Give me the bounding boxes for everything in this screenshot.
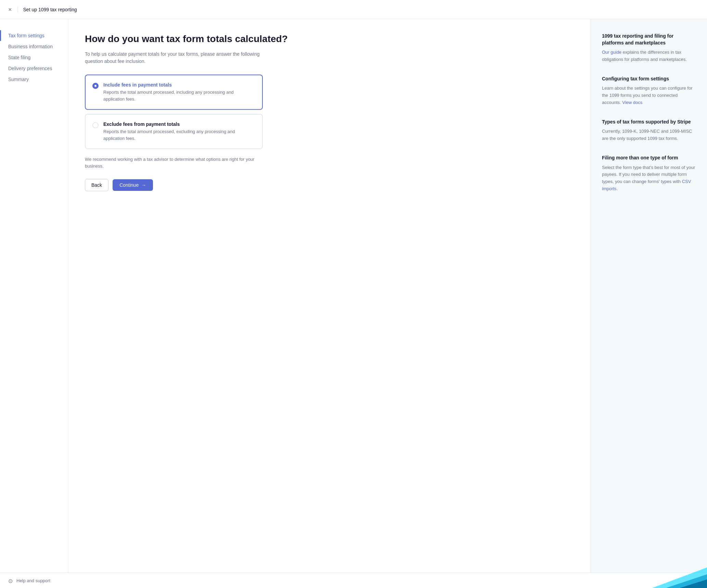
- view-docs-link[interactable]: View docs: [622, 100, 642, 105]
- close-button[interactable]: ×: [8, 6, 12, 13]
- content-area: How do you want tax form totals calculat…: [68, 19, 591, 573]
- include-fees-desc: Reports the total amount processed, incl…: [103, 89, 255, 102]
- sidebar-item-delivery-preferences[interactable]: Delivery preferences: [0, 63, 68, 74]
- configuring-title: Configuring tax form settings: [602, 76, 696, 82]
- help-section-types: Types of tax forms supported by Stripe C…: [602, 119, 696, 142]
- continue-button[interactable]: Continue →: [113, 179, 153, 191]
- right-panel: 1099 tax reporting and filing for platfo…: [591, 19, 707, 573]
- main-layout: Tax form settings Business information S…: [0, 19, 707, 573]
- exclude-fees-label: Exclude fees from payment totals: [103, 121, 255, 127]
- include-fees-radio[interactable]: [92, 83, 99, 89]
- footer: ⊙ Help and support: [0, 573, 707, 588]
- exclude-fees-radio[interactable]: [92, 122, 99, 128]
- help-section-configuring: Configuring tax form settings Learn abou…: [602, 76, 696, 106]
- exclude-fees-content: Exclude fees from payment totals Reports…: [103, 121, 255, 142]
- multiple-forms-text: Select the form type that's best for mos…: [602, 164, 696, 193]
- page-title: How do you want tax form totals calculat…: [85, 33, 574, 45]
- continue-arrow-icon: →: [141, 182, 146, 188]
- sidebar-item-tax-form-settings[interactable]: Tax form settings: [0, 30, 68, 41]
- include-fees-content: Include fees in payment totals Reports t…: [103, 82, 255, 102]
- help-icon: ⊙: [8, 578, 14, 583]
- button-row: Back Continue →: [85, 179, 574, 191]
- include-fees-option[interactable]: Include fees in payment totals Reports t…: [85, 75, 263, 110]
- sidebar: Tax form settings Business information S…: [0, 19, 68, 573]
- header: × Set up 1099 tax reporting: [0, 0, 707, 19]
- types-text: Currently, 1099-K, 1099-NEC and 1099-MIS…: [602, 128, 696, 142]
- exclude-fees-desc: Reports the total amount processed, excl…: [103, 128, 255, 142]
- advisor-note: We recommend working with a tax advisor …: [85, 156, 263, 169]
- header-title: Set up 1099 tax reporting: [23, 7, 77, 12]
- continue-label: Continue: [119, 182, 139, 188]
- configuring-text: Learn about the settings you can configu…: [602, 85, 696, 106]
- multiple-forms-title: Filing more than one type of form: [602, 155, 696, 161]
- types-title: Types of tax forms supported by Stripe: [602, 119, 696, 126]
- help-support-link[interactable]: Help and support: [16, 578, 50, 583]
- sidebar-item-state-filing[interactable]: State filing: [0, 52, 68, 63]
- sidebar-item-summary[interactable]: Summary: [0, 74, 68, 85]
- csv-imports-link[interactable]: CSV imports: [602, 179, 691, 191]
- header-divider: [17, 6, 18, 13]
- help-section-multiple-forms: Filing more than one type of form Select…: [602, 155, 696, 193]
- back-button[interactable]: Back: [85, 179, 108, 191]
- platforms-text: Our guide explains the differences in ta…: [602, 49, 696, 63]
- help-section-platforms: 1099 tax reporting and filing for platfo…: [602, 33, 696, 63]
- page-description: To help us calculate payment totals for …: [85, 51, 263, 65]
- exclude-fees-option[interactable]: Exclude fees from payment totals Reports…: [85, 114, 263, 149]
- include-fees-label: Include fees in payment totals: [103, 82, 255, 88]
- sidebar-item-business-information[interactable]: Business information: [0, 41, 68, 52]
- platforms-title: 1099 tax reporting and filing for platfo…: [602, 33, 696, 46]
- our-guide-link[interactable]: Our guide: [602, 50, 621, 55]
